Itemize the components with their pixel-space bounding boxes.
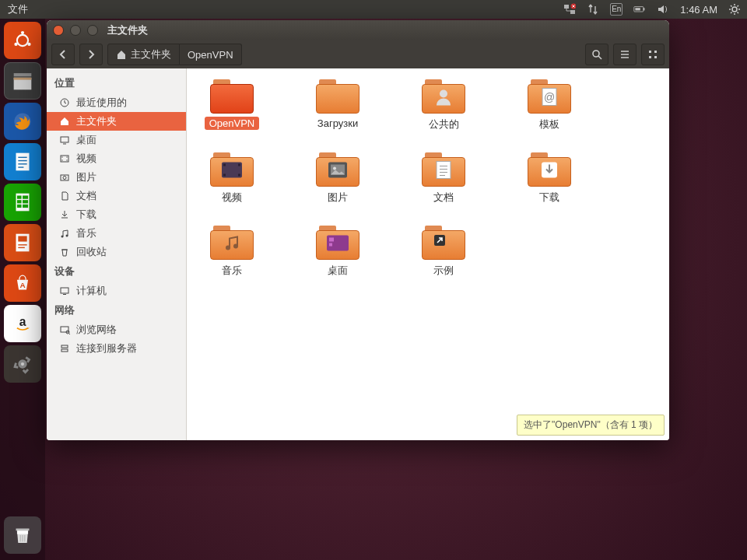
svg-rect-56 <box>654 56 657 58</box>
svg-rect-76 <box>61 349 68 352</box>
folder-item[interactable]: 下载 <box>512 152 587 205</box>
download-icon <box>59 209 70 220</box>
svg-rect-81 <box>223 164 226 166</box>
folder-item[interactable]: 文档 <box>406 152 481 205</box>
folder-item[interactable]: 公共的 <box>406 79 481 132</box>
sidebar-item[interactable]: 下载 <box>47 205 186 224</box>
folder-icon <box>316 226 359 260</box>
svg-line-74 <box>69 334 71 335</box>
svg-rect-60 <box>61 156 68 162</box>
launcher-calc[interactable] <box>4 184 41 221</box>
music-overlay-icon <box>223 234 241 255</box>
svg-rect-31 <box>17 200 22 203</box>
sidebar-item[interactable]: 图片 <box>47 168 186 187</box>
svg-rect-29 <box>17 196 22 199</box>
sidebar-item[interactable]: 桌面 <box>47 131 186 149</box>
svg-point-63 <box>66 156 67 157</box>
window-close-button[interactable] <box>53 25 64 36</box>
launcher-software[interactable]: A <box>4 264 41 302</box>
sidebar-item[interactable]: 浏览网络 <box>47 320 186 339</box>
svg-rect-44 <box>17 530 28 534</box>
svg-rect-84 <box>238 174 240 177</box>
app-menu-label[interactable]: 文件 <box>8 2 28 16</box>
sidebar-item-label: 连接到服务器 <box>76 341 137 355</box>
music-icon <box>59 228 70 239</box>
launcher-trash[interactable] <box>4 516 41 554</box>
svg-rect-32 <box>23 200 28 203</box>
svg-point-62 <box>61 159 62 160</box>
svg-rect-72 <box>61 327 68 332</box>
launcher-amazon[interactable]: a <box>4 305 41 342</box>
svg-point-94 <box>226 246 230 250</box>
back-button[interactable] <box>51 44 75 65</box>
sidebar-item[interactable]: 计算机 <box>47 282 186 300</box>
input-language-indicator[interactable]: En <box>610 3 622 16</box>
forward-button[interactable] <box>79 44 103 65</box>
clock[interactable]: 1:46 AM <box>680 4 717 16</box>
svg-rect-23 <box>16 153 30 171</box>
sidebar-item[interactable]: 回收站 <box>47 243 186 261</box>
svg-point-66 <box>63 177 66 180</box>
video-overlay-icon <box>221 162 243 181</box>
window-maximize-button[interactable] <box>87 25 98 36</box>
svg-point-68 <box>66 235 68 237</box>
svg-point-15 <box>17 35 28 46</box>
window-minimize-button[interactable] <box>70 25 81 36</box>
folder-item[interactable]: @模板 <box>512 79 587 132</box>
svg-rect-53 <box>649 51 651 53</box>
content-area[interactable]: OpenVPNЗагрузки公共的@模板视频图片文档下载音乐桌面示例 选中了"… <box>187 68 669 440</box>
folder-icon <box>210 79 254 114</box>
svg-line-14 <box>738 5 739 7</box>
window-titlebar[interactable]: 主文件夹 <box>47 20 669 40</box>
home-icon <box>59 116 70 127</box>
sidebar-item[interactable]: 最近使用的 <box>47 93 186 112</box>
folder-item[interactable]: Загрузки <box>300 79 375 132</box>
launcher-writer[interactable] <box>4 143 41 180</box>
sidebar-item-label: 计算机 <box>76 284 107 298</box>
desktop-icon <box>59 135 70 145</box>
folder-label: Загрузки <box>313 117 363 130</box>
svg-text:a: a <box>19 315 26 328</box>
folder-item[interactable]: 桌面 <box>300 226 375 278</box>
launcher-files[interactable] <box>4 62 41 100</box>
search-button[interactable] <box>585 44 608 65</box>
photo-icon <box>59 172 70 183</box>
folder-item[interactable]: 图片 <box>300 152 375 205</box>
sidebar-section-header: 位置 <box>47 73 186 93</box>
volume-icon[interactable] <box>657 3 669 16</box>
folder-item[interactable]: 示例 <box>406 226 481 278</box>
updown-icon[interactable] <box>587 3 599 16</box>
sidebar-item[interactable]: 文档 <box>47 187 186 205</box>
folder-label: 下载 <box>535 190 564 205</box>
sidebar-item[interactable]: 音乐 <box>47 224 186 243</box>
path-segment[interactable]: OpenVPN <box>180 44 242 65</box>
view-grid-button[interactable] <box>641 44 665 65</box>
path-segment[interactable]: 主文件夹 <box>107 44 180 65</box>
folder-item[interactable]: OpenVPN <box>195 79 269 132</box>
svg-point-6 <box>732 7 737 12</box>
launcher-impress[interactable] <box>4 224 41 261</box>
battery-icon[interactable] <box>633 3 646 16</box>
svg-rect-83 <box>238 164 240 166</box>
folder-item[interactable]: 视频 <box>195 152 269 205</box>
svg-rect-82 <box>223 174 226 177</box>
sidebar-item[interactable]: 视频 <box>47 149 186 168</box>
svg-point-67 <box>61 236 64 238</box>
folder-label: OpenVPN <box>205 117 260 130</box>
svg-point-95 <box>233 244 238 249</box>
view-list-button[interactable] <box>613 44 637 65</box>
svg-line-49 <box>598 56 601 59</box>
launcher-settings[interactable] <box>4 345 41 383</box>
icon-grid: OpenVPNЗагрузки公共的@模板视频图片文档下载音乐桌面示例 <box>187 68 669 289</box>
folder-item[interactable]: 音乐 <box>195 226 269 278</box>
gear-icon[interactable] <box>728 3 741 16</box>
network-error-icon[interactable] <box>563 3 576 16</box>
sidebar-item[interactable]: 主文件夹 <box>47 112 186 131</box>
svg-rect-43 <box>16 529 30 531</box>
folder-label: 模板 <box>535 117 564 132</box>
launcher-firefox[interactable] <box>4 103 41 140</box>
sidebar-item[interactable]: 连接到服务器 <box>47 339 186 358</box>
launcher-dash[interactable] <box>4 22 41 59</box>
svg-point-61 <box>61 156 62 157</box>
svg-rect-55 <box>649 56 651 58</box>
